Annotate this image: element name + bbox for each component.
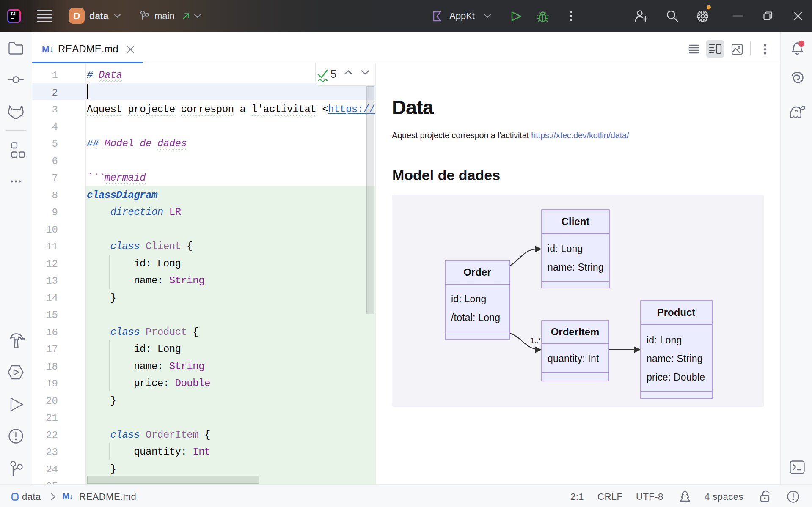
svg-text:Order: Order (463, 266, 491, 278)
svg-text:OrderItem: OrderItem (551, 326, 600, 337)
svg-text:Product: Product (657, 307, 696, 318)
svg-text:price: Double: price: Double (647, 372, 705, 383)
svg-text:quantity: Int: quantity: Int (548, 353, 599, 364)
svg-text:name: String: name: String (548, 262, 604, 273)
svg-text:id: Long: id: Long (548, 243, 583, 254)
svg-text:/total: Long: /total: Long (451, 312, 500, 323)
svg-text:id: Long: id: Long (451, 293, 486, 304)
svg-text:1..*: 1..* (530, 337, 541, 345)
svg-text:id: Long: id: Long (647, 334, 682, 345)
svg-text:name: String: name: String (647, 353, 703, 364)
svg-text:Client: Client (562, 216, 590, 227)
